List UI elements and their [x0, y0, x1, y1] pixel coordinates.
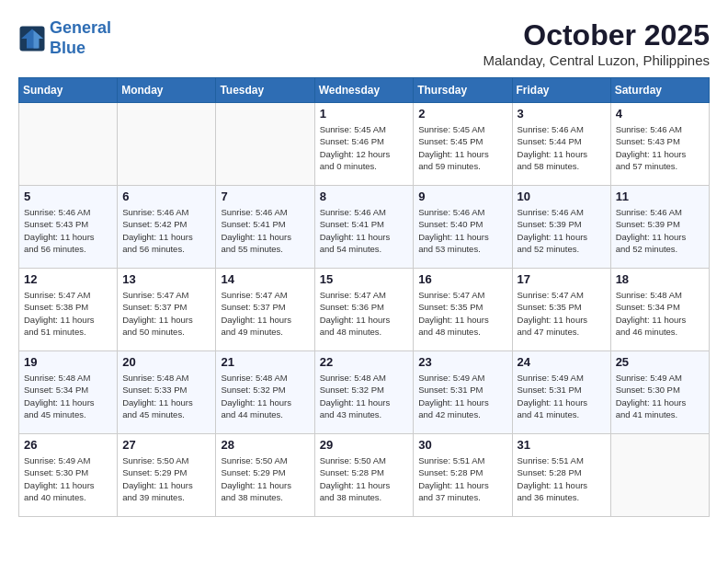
calendar-cell: 7Sunrise: 5:46 AM Sunset: 5:41 PM Daylig… [216, 186, 314, 269]
day-number: 13 [122, 272, 210, 286]
calendar-cell: 5Sunrise: 5:46 AM Sunset: 5:43 PM Daylig… [19, 186, 118, 269]
day-info: Sunrise: 5:47 AM Sunset: 5:35 PM Dayligh… [418, 289, 506, 338]
day-number: 28 [221, 438, 309, 452]
calendar-cell [118, 103, 216, 186]
calendar-week-row: 5Sunrise: 5:46 AM Sunset: 5:43 PM Daylig… [19, 186, 710, 269]
month-title: October 2025 [483, 18, 710, 52]
calendar-cell: 13Sunrise: 5:47 AM Sunset: 5:37 PM Dayli… [118, 269, 216, 351]
day-info: Sunrise: 5:49 AM Sunset: 5:30 PM Dayligh… [24, 454, 112, 503]
day-info: Sunrise: 5:51 AM Sunset: 5:28 PM Dayligh… [418, 454, 506, 503]
calendar-cell: 11Sunrise: 5:46 AM Sunset: 5:39 PM Dayli… [610, 186, 709, 269]
day-info: Sunrise: 5:47 AM Sunset: 5:36 PM Dayligh… [320, 289, 409, 338]
day-info: Sunrise: 5:49 AM Sunset: 5:31 PM Dayligh… [518, 372, 606, 420]
calendar-cell: 21Sunrise: 5:48 AM Sunset: 5:32 PM Dayli… [216, 351, 314, 434]
day-info: Sunrise: 5:49 AM Sunset: 5:30 PM Dayligh… [616, 372, 704, 420]
day-number: 24 [518, 355, 606, 369]
calendar-cell: 17Sunrise: 5:47 AM Sunset: 5:35 PM Dayli… [512, 269, 610, 351]
calendar-day-header: Thursday [414, 78, 512, 103]
calendar-day-header: Sunday [19, 78, 118, 103]
calendar-cell: 31Sunrise: 5:51 AM Sunset: 5:28 PM Dayli… [512, 434, 610, 517]
day-number: 25 [616, 355, 704, 369]
calendar-week-row: 19Sunrise: 5:48 AM Sunset: 5:34 PM Dayli… [19, 351, 710, 434]
logo-line1: General [50, 18, 111, 37]
calendar-cell: 29Sunrise: 5:50 AM Sunset: 5:28 PM Dayli… [314, 434, 414, 517]
logo-text: General Blue [50, 18, 111, 58]
calendar-cell: 2Sunrise: 5:45 AM Sunset: 5:45 PM Daylig… [414, 103, 512, 186]
calendar-cell: 14Sunrise: 5:47 AM Sunset: 5:37 PM Dayli… [216, 269, 314, 351]
day-number: 2 [418, 107, 506, 121]
day-info: Sunrise: 5:47 AM Sunset: 5:37 PM Dayligh… [122, 289, 210, 338]
day-info: Sunrise: 5:46 AM Sunset: 5:43 PM Dayligh… [24, 206, 112, 255]
day-info: Sunrise: 5:46 AM Sunset: 5:39 PM Dayligh… [518, 206, 606, 255]
day-info: Sunrise: 5:46 AM Sunset: 5:44 PM Dayligh… [518, 123, 606, 172]
calendar-cell: 15Sunrise: 5:47 AM Sunset: 5:36 PM Dayli… [314, 269, 414, 351]
calendar-week-row: 26Sunrise: 5:49 AM Sunset: 5:30 PM Dayli… [19, 434, 710, 517]
calendar-cell: 6Sunrise: 5:46 AM Sunset: 5:42 PM Daylig… [118, 186, 216, 269]
day-info: Sunrise: 5:45 AM Sunset: 5:45 PM Dayligh… [418, 123, 506, 172]
calendar-cell: 22Sunrise: 5:48 AM Sunset: 5:32 PM Dayli… [314, 351, 414, 434]
day-info: Sunrise: 5:50 AM Sunset: 5:29 PM Dayligh… [122, 454, 210, 503]
day-number: 5 [24, 190, 112, 203]
day-info: Sunrise: 5:48 AM Sunset: 5:34 PM Dayligh… [24, 372, 112, 420]
day-number: 9 [418, 190, 506, 203]
title-block: October 2025 Malanday, Central Luzon, Ph… [483, 18, 710, 68]
logo-line2: Blue [50, 39, 111, 59]
day-info: Sunrise: 5:50 AM Sunset: 5:29 PM Dayligh… [221, 454, 309, 503]
day-number: 3 [518, 107, 606, 121]
calendar-table: SundayMondayTuesdayWednesdayThursdayFrid… [18, 77, 710, 517]
calendar-cell: 12Sunrise: 5:47 AM Sunset: 5:38 PM Dayli… [19, 269, 118, 351]
day-number: 8 [320, 190, 409, 203]
calendar-day-header: Tuesday [216, 78, 314, 103]
day-info: Sunrise: 5:46 AM Sunset: 5:41 PM Dayligh… [320, 206, 409, 255]
calendar-cell: 23Sunrise: 5:49 AM Sunset: 5:31 PM Dayli… [414, 351, 512, 434]
day-number: 1 [320, 107, 409, 121]
day-info: Sunrise: 5:50 AM Sunset: 5:28 PM Dayligh… [320, 454, 409, 503]
day-number: 31 [518, 438, 606, 452]
day-number: 12 [24, 272, 112, 286]
calendar-cell: 25Sunrise: 5:49 AM Sunset: 5:30 PM Dayli… [610, 351, 709, 434]
calendar-cell: 19Sunrise: 5:48 AM Sunset: 5:34 PM Dayli… [19, 351, 118, 434]
calendar-cell: 28Sunrise: 5:50 AM Sunset: 5:29 PM Dayli… [216, 434, 314, 517]
day-number: 16 [418, 272, 506, 286]
day-number: 7 [221, 190, 309, 203]
page-header: General Blue October 2025 Malanday, Cent… [18, 18, 710, 68]
day-number: 20 [122, 355, 210, 369]
day-number: 27 [122, 438, 210, 452]
day-number: 19 [24, 355, 112, 369]
day-info: Sunrise: 5:46 AM Sunset: 5:39 PM Dayligh… [616, 206, 704, 255]
calendar-week-row: 1Sunrise: 5:45 AM Sunset: 5:46 PM Daylig… [19, 103, 710, 186]
day-info: Sunrise: 5:47 AM Sunset: 5:38 PM Dayligh… [24, 289, 112, 338]
logo: General Blue [18, 18, 111, 58]
calendar-cell: 9Sunrise: 5:46 AM Sunset: 5:40 PM Daylig… [414, 186, 512, 269]
calendar-cell: 8Sunrise: 5:46 AM Sunset: 5:41 PM Daylig… [314, 186, 414, 269]
calendar-cell: 16Sunrise: 5:47 AM Sunset: 5:35 PM Dayli… [414, 269, 512, 351]
day-number: 10 [518, 190, 606, 203]
calendar-cell: 18Sunrise: 5:48 AM Sunset: 5:34 PM Dayli… [610, 269, 709, 351]
day-info: Sunrise: 5:48 AM Sunset: 5:34 PM Dayligh… [616, 289, 704, 338]
day-info: Sunrise: 5:48 AM Sunset: 5:32 PM Dayligh… [221, 372, 309, 420]
day-number: 23 [418, 355, 506, 369]
calendar-cell: 1Sunrise: 5:45 AM Sunset: 5:46 PM Daylig… [314, 103, 414, 186]
day-number: 18 [616, 272, 704, 286]
day-info: Sunrise: 5:47 AM Sunset: 5:37 PM Dayligh… [221, 289, 309, 338]
day-number: 26 [24, 438, 112, 452]
day-number: 11 [616, 190, 704, 203]
calendar-cell: 4Sunrise: 5:46 AM Sunset: 5:43 PM Daylig… [610, 103, 709, 186]
day-info: Sunrise: 5:46 AM Sunset: 5:40 PM Dayligh… [418, 206, 506, 255]
day-number: 15 [320, 272, 409, 286]
calendar-cell: 20Sunrise: 5:48 AM Sunset: 5:33 PM Dayli… [118, 351, 216, 434]
calendar-cell [610, 434, 709, 517]
calendar-cell [216, 103, 314, 186]
calendar-week-row: 12Sunrise: 5:47 AM Sunset: 5:38 PM Dayli… [19, 269, 710, 351]
calendar-header-row: SundayMondayTuesdayWednesdayThursdayFrid… [19, 78, 710, 103]
calendar-cell: 3Sunrise: 5:46 AM Sunset: 5:44 PM Daylig… [512, 103, 610, 186]
day-info: Sunrise: 5:45 AM Sunset: 5:46 PM Dayligh… [320, 123, 409, 172]
day-info: Sunrise: 5:47 AM Sunset: 5:35 PM Dayligh… [518, 289, 606, 338]
calendar-day-header: Friday [512, 78, 610, 103]
logo-icon [18, 25, 46, 52]
calendar-cell: 27Sunrise: 5:50 AM Sunset: 5:29 PM Dayli… [118, 434, 216, 517]
day-number: 14 [221, 272, 309, 286]
day-info: Sunrise: 5:48 AM Sunset: 5:32 PM Dayligh… [320, 372, 409, 420]
day-number: 6 [122, 190, 210, 203]
day-info: Sunrise: 5:46 AM Sunset: 5:42 PM Dayligh… [122, 206, 210, 255]
